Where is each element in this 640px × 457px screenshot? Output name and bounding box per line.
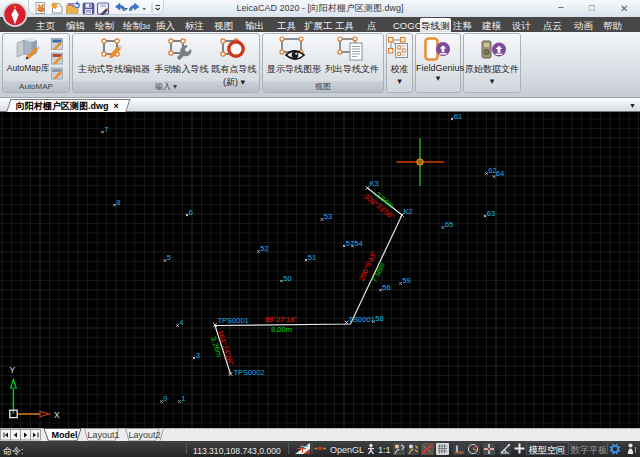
svg-text:K3: K3 [370,179,379,188]
svg-text:7: 7 [104,125,108,134]
svg-text:59: 59 [402,276,410,285]
svg-text:64: 64 [496,169,504,178]
svg-text:TPS0001: TPS0001 [218,316,249,325]
svg-text:53: 53 [324,212,332,221]
svg-text:8: 8 [116,198,120,207]
svg-text:56: 56 [382,283,390,292]
svg-text:51: 51 [308,253,316,262]
svg-text:52: 52 [260,244,268,253]
svg-text:9: 9 [163,394,167,403]
svg-text:TPS0002: TPS0002 [234,368,265,377]
svg-text:K2: K2 [404,207,413,216]
svg-text:TS0001: TS0001 [349,315,375,324]
svg-text:Model: Model [52,430,78,440]
svg-text:Layout2: Layout2 [129,430,161,440]
svg-text:58: 58 [375,314,383,323]
svg-text:4: 4 [179,318,183,327]
svg-text:Layout1: Layout1 [88,430,120,440]
svg-text:63: 63 [487,209,495,218]
svg-text:3: 3 [196,351,200,360]
svg-text:50: 50 [283,274,291,283]
svg-text:X: X [54,410,60,420]
svg-text:6: 6 [189,208,193,217]
svg-text:Y: Y [10,365,16,375]
svg-text:5: 5 [167,253,171,262]
svg-text:1: 1 [181,394,185,403]
svg-text:8.00m: 8.00m [271,325,292,334]
svg-text:54: 54 [354,239,362,248]
svg-text:57: 57 [346,239,354,248]
svg-text:65: 65 [445,220,453,229]
svg-text:61: 61 [454,112,462,121]
svg-text:89°27'18": 89°27'18" [265,315,297,324]
